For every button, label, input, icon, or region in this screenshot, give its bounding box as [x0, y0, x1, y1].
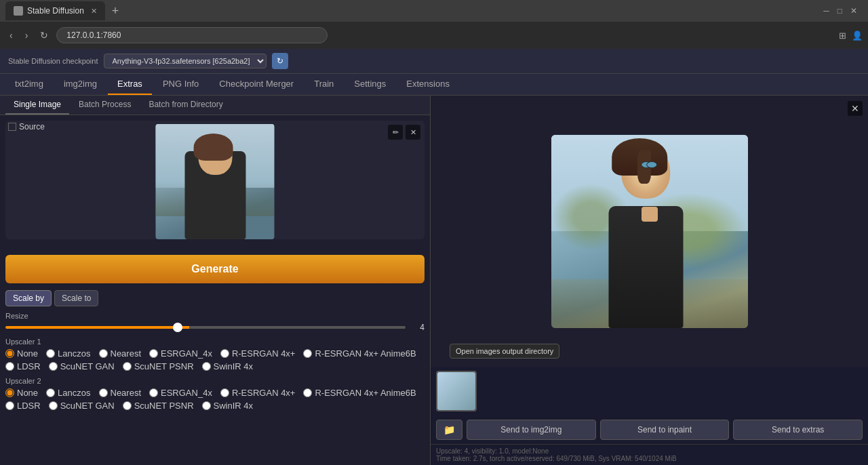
- subtab-batch-from-directory[interactable]: Batch from Directory: [140, 96, 231, 115]
- clear-image-button[interactable]: ✕: [406, 125, 420, 140]
- tab-png-info[interactable]: PNG Info: [153, 74, 208, 95]
- folder-icon: 📁: [443, 424, 455, 435]
- image-toolbar: ✏ ✕: [388, 125, 420, 140]
- upscaler2-label: Upscaler 2: [5, 377, 425, 385]
- checkpoint-refresh-button[interactable]: ↻: [272, 53, 288, 69]
- upscaler1-label: Upscaler 1: [5, 338, 425, 346]
- browser-nav: ‹ › ↻ 127.0.0.1:7860 ⊞ 👤: [0, 22, 868, 49]
- forward-button[interactable]: ›: [21, 28, 33, 42]
- resize-slider[interactable]: [5, 326, 406, 329]
- browser-tab-bar: Stable Diffusion ✕ + ─ □ ✕: [0, 0, 868, 22]
- subtab-single-image[interactable]: Single Image: [5, 96, 69, 115]
- tab-close-button[interactable]: ✕: [91, 7, 97, 16]
- scale-to-tab[interactable]: Scale to: [54, 290, 98, 306]
- output-image: [551, 135, 748, 328]
- upscaler1-swinir4x[interactable]: SwinIR 4x: [202, 361, 254, 371]
- upscaler2-ldsr[interactable]: LDSR: [5, 401, 41, 411]
- upscaler1-lanczos[interactable]: Lanczos: [46, 348, 90, 359]
- source-label-area: Source: [8, 122, 45, 132]
- tab-settings[interactable]: Settings: [344, 74, 395, 95]
- thumbnail-strip: [431, 367, 868, 416]
- resize-label: Resize: [5, 312, 425, 320]
- generate-button[interactable]: Generate: [5, 255, 425, 283]
- folder-tooltip: Open images output directory: [450, 344, 559, 359]
- slider-row: 4: [5, 323, 425, 332]
- upscaler1-resrgan4x-anime6b[interactable]: R-ESRGAN 4x+ Anime6B: [303, 348, 416, 359]
- reload-button[interactable]: ↻: [36, 28, 52, 42]
- maximize-icon[interactable]: □: [837, 6, 842, 16]
- close-icon[interactable]: ✕: [850, 6, 857, 16]
- output-image-area: ✕: [431, 96, 868, 367]
- main-tabs: txt2img img2img Extras PNG Info Checkpoi…: [0, 74, 868, 96]
- status-line-1: Upscale: 4, visibility: 1.0, model:None: [436, 447, 863, 455]
- upscaler1-ldsr[interactable]: LDSR: [5, 361, 41, 371]
- right-panel: ✕: [431, 96, 868, 465]
- browser-toolbar-icons: ⊞ 👤: [839, 31, 863, 41]
- tab-extensions[interactable]: Extensions: [397, 74, 459, 95]
- back-button[interactable]: ‹: [5, 28, 17, 42]
- checkpoint-select[interactable]: Anything-V3-fp32.safetensors [625a2ba2]: [104, 54, 267, 68]
- tab-extras[interactable]: Extras: [108, 74, 152, 95]
- upscaler2-resrgan4x-anime6b[interactable]: R-ESRGAN 4x+ Anime6B: [303, 388, 416, 398]
- upscaler2-resrgan4x[interactable]: R-ESRGAN 4x+: [220, 388, 296, 398]
- upscaler2-swinir4x[interactable]: SwinIR 4x: [202, 401, 254, 411]
- extensions-icon[interactable]: ⊞: [839, 31, 846, 41]
- tab-img2img[interactable]: img2img: [54, 74, 106, 95]
- upscaler2-esrgan4x[interactable]: ESRGAN_4x: [149, 388, 212, 398]
- upscaler1-scunet-psnr[interactable]: ScuNET PSNR: [123, 361, 194, 371]
- send-to-img2img-button[interactable]: Send to img2img: [467, 420, 596, 440]
- checkpoint-label: Stable Diffusion checkpoint: [8, 57, 98, 65]
- image-upload-area[interactable]: Source: [0, 115, 430, 251]
- resize-value: 4: [411, 323, 425, 332]
- upscaler1-nearest[interactable]: Nearest: [99, 348, 142, 359]
- source-checkbox[interactable]: [8, 123, 16, 131]
- tab-checkpoint-merger[interactable]: Checkpoint Merger: [210, 74, 303, 95]
- upscaler1-none[interactable]: None: [5, 348, 38, 359]
- content-area: Single Image Batch Process Batch from Di…: [0, 96, 868, 465]
- browser-chrome: Stable Diffusion ✕ + ─ □ ✕ ‹ › ↻ 127.0.0…: [0, 0, 868, 49]
- new-tab-button[interactable]: +: [108, 4, 123, 18]
- tab-train[interactable]: Train: [304, 74, 343, 95]
- subtab-batch-process[interactable]: Batch Process: [71, 96, 139, 115]
- upscaler2-nearest[interactable]: Nearest: [99, 388, 142, 398]
- close-output-button[interactable]: ✕: [848, 101, 863, 116]
- upscaler2-scunet-psnr[interactable]: ScuNET PSNR: [123, 401, 194, 411]
- upscaler2-options: None Lanczos Nearest ESRGAN_4x R-ESRGAN …: [5, 388, 425, 411]
- resize-section: Resize 4: [0, 309, 430, 335]
- upscaler2-section: Upscaler 2 None Lanczos Nearest ESRGAN_4…: [0, 374, 430, 413]
- edit-image-button[interactable]: ✏: [388, 125, 403, 140]
- output-thumbnail[interactable]: [436, 371, 477, 411]
- tab-title: Stable Diffusion: [27, 6, 84, 16]
- browser-tab[interactable]: Stable Diffusion ✕: [5, 1, 105, 20]
- status-line-2: Time taken: 2.7s, torch active/reserved:…: [436, 455, 863, 462]
- upscaler1-esrgan4x[interactable]: ESRGAN_4x: [149, 348, 212, 359]
- upscaler1-section: Upscaler 1 None Lanczos Nearest ESRGAN_4…: [0, 335, 430, 374]
- source-label: Source: [19, 122, 45, 132]
- minimize-icon[interactable]: ─: [823, 6, 829, 16]
- checkpoint-bar: Stable Diffusion checkpoint Anything-V3-…: [0, 49, 868, 74]
- upscaler1-resrgan4x[interactable]: R-ESRGAN 4x+: [220, 348, 296, 359]
- sub-tabs: Single Image Batch Process Batch from Di…: [0, 96, 430, 115]
- profile-icon[interactable]: 👤: [852, 31, 863, 41]
- upscaler1-scunet-gan[interactable]: ScuNET GAN: [49, 361, 115, 371]
- source-image-container[interactable]: ✏ ✕: [5, 121, 425, 239]
- send-to-extras-button[interactable]: Send to extras: [733, 420, 863, 440]
- upscaler2-none[interactable]: None: [5, 388, 38, 398]
- upscaler2-lanczos[interactable]: Lanczos: [46, 388, 90, 398]
- scale-tabs: Scale by Scale to: [0, 287, 430, 309]
- left-panel: Single Image Batch Process Batch from Di…: [0, 96, 431, 465]
- action-buttons: 📁 Open images output directory Send to i…: [431, 416, 868, 444]
- address-bar[interactable]: 127.0.0.1:7860: [56, 27, 328, 43]
- scale-by-tab[interactable]: Scale by: [5, 290, 52, 306]
- folder-btn-wrapper: 📁 Open images output directory: [436, 420, 462, 440]
- app-content: Stable Diffusion checkpoint Anything-V3-…: [0, 49, 868, 465]
- favicon: [14, 6, 23, 16]
- upscaler1-options: None Lanczos Nearest ESRGAN_4x R-ESRGAN …: [5, 348, 425, 371]
- status-bar: Upscale: 4, visibility: 1.0, model:None …: [431, 444, 868, 465]
- window-controls: ─ □ ✕: [823, 6, 863, 16]
- open-output-folder-button[interactable]: 📁: [436, 420, 462, 440]
- send-to-inpaint-button[interactable]: Send to inpaint: [600, 420, 730, 440]
- upscaler2-scunet-gan[interactable]: ScuNET GAN: [49, 401, 115, 411]
- tab-txt2img[interactable]: txt2img: [5, 74, 53, 95]
